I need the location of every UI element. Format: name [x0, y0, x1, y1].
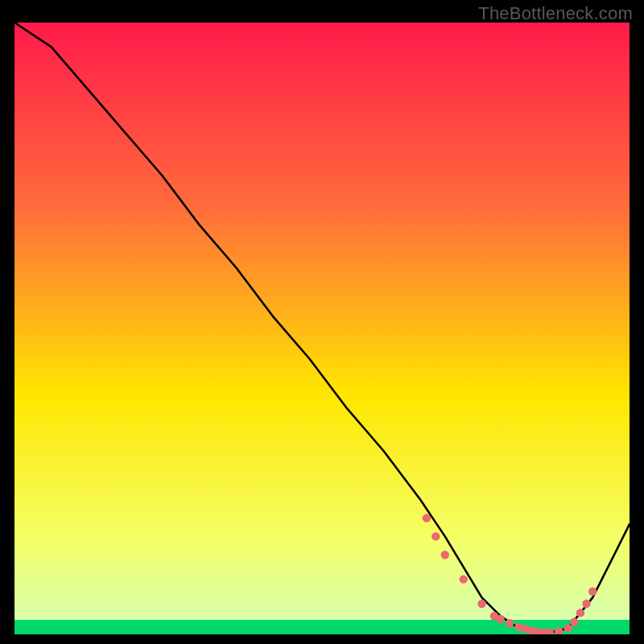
- bottleneck-chart: [14, 23, 630, 634]
- marker-dot: [496, 615, 504, 623]
- marker-dot: [506, 619, 514, 627]
- marker-dot: [564, 624, 572, 632]
- marker-dot: [588, 588, 597, 596]
- marker-dot: [441, 551, 449, 559]
- marker-dot: [582, 600, 590, 608]
- marker-dot: [570, 618, 578, 626]
- marker-dot: [431, 532, 440, 540]
- marker-dot: [477, 600, 485, 608]
- marker-dot: [576, 609, 584, 617]
- chart-container: { "watermark": "TheBottleneck.com", "col…: [0, 0, 644, 644]
- watermark-text: TheBottleneck.com: [478, 3, 633, 24]
- marker-dot: [460, 575, 468, 583]
- marker-dot: [423, 514, 431, 522]
